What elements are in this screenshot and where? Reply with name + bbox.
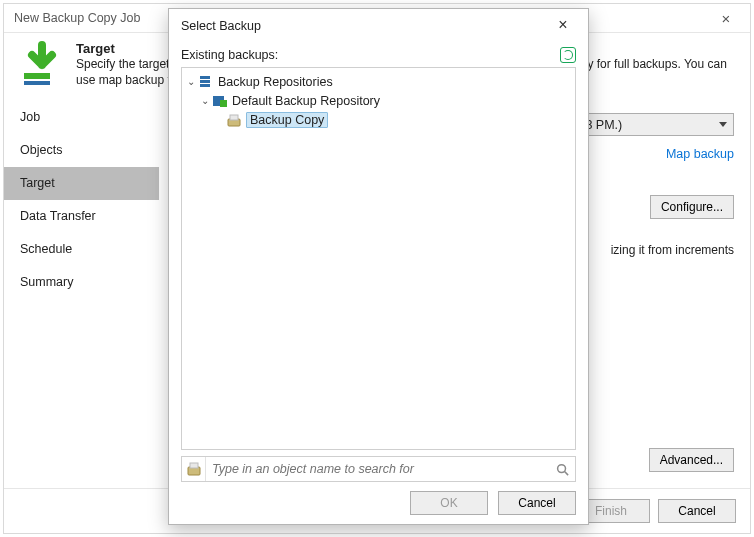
tree-node-backup-copy[interactable]: Backup Copy [184,110,573,129]
backup-tree[interactable]: ⌄ Backup Repositories ⌄ Default Backup R… [181,67,576,450]
svg-rect-0 [24,73,50,79]
tree-node-repository[interactable]: ⌄ Default Backup Repository [184,91,573,110]
existing-backups-label: Existing backups: [181,48,278,62]
wizard-nav: Job Objects Target Data Transfer Schedul… [4,95,159,484]
repository-icon [212,93,228,109]
tree-node-label: Backup Repositories [218,75,333,89]
dialog-title: Select Backup [181,19,261,33]
close-icon[interactable]: × [548,13,578,39]
tree-node-root[interactable]: ⌄ Backup Repositories [184,72,573,91]
backup-job-icon [226,112,242,128]
nav-item-schedule[interactable]: Schedule [4,233,159,266]
wizard-title-text: New Backup Copy Job [14,4,140,33]
chevron-down-icon [719,122,727,127]
search-input[interactable] [206,462,549,476]
server-icon[interactable] [182,457,206,481]
svg-rect-8 [230,115,238,120]
svg-rect-6 [220,100,227,107]
repository-stack-icon [198,74,214,90]
configure-button[interactable]: Configure... [650,195,734,219]
tree-node-label: Backup Copy [246,112,328,128]
dialog-titlebar: Select Backup × [169,9,588,43]
expander-icon[interactable]: ⌄ [198,95,212,106]
cancel-button[interactable]: Cancel [498,491,576,515]
advanced-button[interactable]: Advanced... [649,448,734,472]
ok-button[interactable]: OK [410,491,488,515]
nav-item-objects[interactable]: Objects [4,134,159,167]
svg-rect-4 [200,84,210,87]
svg-rect-10 [190,463,198,468]
svg-rect-1 [24,81,50,85]
select-backup-dialog: Select Backup × Existing backups: ⌄ Back… [168,8,589,525]
tree-node-label: Default Backup Repository [232,94,380,108]
map-backup-link[interactable]: Map backup [666,147,734,161]
repository-dropdown[interactable]: :23 PM.) [568,113,734,136]
nav-item-job[interactable]: Job [4,101,159,134]
nav-item-summary[interactable]: Summary [4,266,159,299]
search-icon[interactable] [549,457,575,481]
close-icon[interactable]: × [712,4,740,33]
expander-icon[interactable]: ⌄ [184,76,198,87]
dialog-footer: OK Cancel [169,482,588,524]
refresh-icon[interactable] [560,47,576,63]
nav-item-target[interactable]: Target [4,167,159,200]
nav-item-data-transfer[interactable]: Data Transfer [4,200,159,233]
svg-rect-3 [200,80,210,83]
svg-rect-2 [200,76,210,79]
cancel-button[interactable]: Cancel [658,499,736,523]
download-arrow-icon [18,41,66,89]
body-text-fragment-1: izing it from increments [611,243,734,257]
svg-line-12 [564,471,568,475]
search-row [181,456,576,482]
svg-point-11 [557,464,565,472]
